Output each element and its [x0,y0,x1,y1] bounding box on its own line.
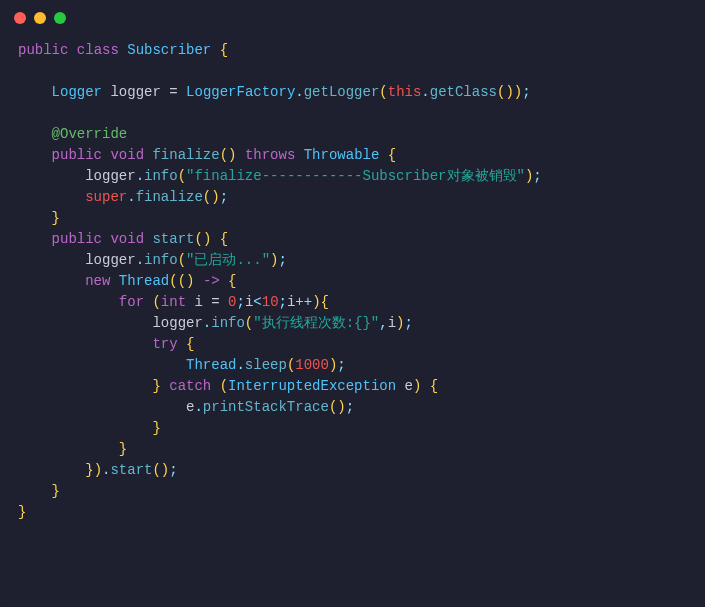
brace: { [388,147,396,163]
close-icon[interactable] [14,12,26,24]
semi: ; [169,462,177,478]
semi: ; [337,357,345,373]
paren: ( [245,315,253,331]
method-info: info [144,168,178,184]
var-logger: logger [85,168,135,184]
op-lt: < [253,294,261,310]
type-thread: Thread [186,357,236,373]
semi: ; [220,189,228,205]
var-e: e [405,378,413,394]
paren: ) [337,399,345,415]
paren: ( [379,84,387,100]
method-info: info [211,315,245,331]
dot: . [236,357,244,373]
num-literal: 10 [262,294,279,310]
code-window: public class Subscriber { Logger logger … [0,0,705,607]
dot: . [421,84,429,100]
method-sleep: sleep [245,357,287,373]
dot: . [203,315,211,331]
paren: ) [514,84,522,100]
var-i: i [388,315,396,331]
type-logger: Logger [52,84,102,100]
brace: } [18,504,26,520]
var-logger: logger [85,252,135,268]
paren: ( [220,147,228,163]
keyword-public: public [18,42,68,58]
dot: . [136,168,144,184]
brace: { [220,231,228,247]
keyword-for: for [119,294,144,310]
dot: . [127,189,135,205]
semi: ; [237,294,245,310]
brace: } [52,483,60,499]
paren: ) [203,231,211,247]
method-printstacktrace: printStackTrace [203,399,329,415]
paren: ) [396,315,404,331]
keyword-super: super [85,189,127,205]
keyword-class: class [77,42,119,58]
keyword-int: int [161,294,186,310]
method-start: start [152,231,194,247]
method-getlogger: getLogger [304,84,380,100]
brace: } [85,462,93,478]
method-start: start [110,462,152,478]
semi: ; [278,252,286,268]
brace: { [220,42,228,58]
method-info: info [144,252,178,268]
paren: ) [161,462,169,478]
op-inc: ++ [295,294,312,310]
keyword-try: try [152,336,177,352]
paren: ( [178,252,186,268]
minimize-icon[interactable] [34,12,46,24]
comma: , [379,315,387,331]
keyword-throws: throws [245,147,295,163]
paren: ( [178,168,186,184]
paren: ) [505,84,513,100]
keyword-new: new [85,273,110,289]
semi: ; [346,399,354,415]
paren: ( [194,231,202,247]
type-throwable: Throwable [304,147,380,163]
window-titlebar [0,0,705,32]
method-getclass: getClass [430,84,497,100]
string-literal: "执行线程次数:{}" [253,315,379,331]
var-i: i [194,294,202,310]
brace: { [228,273,236,289]
brace: { [321,294,329,310]
keyword-void: void [110,147,144,163]
var-logger: logger [152,315,202,331]
type-factory: LoggerFactory [186,84,295,100]
string-literal: "finalize------------Subscriber对象被销毁" [186,168,525,184]
keyword-public: public [52,147,102,163]
keyword-public: public [52,231,102,247]
class-name: Subscriber [127,42,211,58]
paren: ( [169,273,177,289]
brace: } [119,441,127,457]
keyword-void: void [110,231,144,247]
brace: { [186,336,194,352]
dot: . [295,84,303,100]
paren: ( [203,189,211,205]
semi: ; [279,294,287,310]
dot: . [194,399,202,415]
brace: } [152,420,160,436]
string-literal: "已启动..." [186,252,270,268]
op-eq: = [161,84,186,100]
paren: ) [312,294,320,310]
op-arrow: -> [194,273,228,289]
semi: ; [405,315,413,331]
method-finalize: finalize [136,189,203,205]
dot: . [136,252,144,268]
maximize-icon[interactable] [54,12,66,24]
paren: ( [152,462,160,478]
paren: ) [94,462,102,478]
paren: ( [152,294,160,310]
paren: ) [228,147,236,163]
brace: { [430,378,438,394]
paren: ) [413,378,421,394]
type-exception: InterruptedException [228,378,396,394]
op-eq: = [203,294,228,310]
type-thread: Thread [119,273,169,289]
var-logger: logger [110,84,160,100]
method-finalize: finalize [152,147,219,163]
